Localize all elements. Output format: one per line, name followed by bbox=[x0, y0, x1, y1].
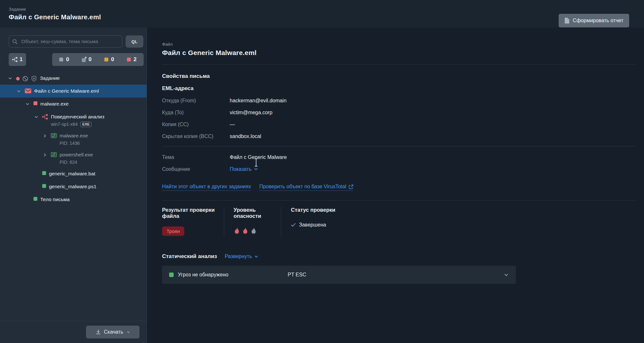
flame-icon-red bbox=[242, 227, 249, 235]
check-icon bbox=[291, 223, 296, 227]
top-header: Задание Файл с Generic Malware.eml Сформ… bbox=[0, 0, 644, 28]
counter-value: 0 bbox=[89, 56, 91, 63]
chevron-down-icon[interactable] bbox=[504, 273, 509, 277]
static-analysis-row[interactable]: Угроз не обнаружено PT ESC bbox=[162, 266, 516, 284]
chevron-right-icon[interactable] bbox=[42, 153, 51, 157]
download-label: Скачать bbox=[104, 329, 123, 335]
tree-item-4[interactable]: malware.exePID: 1436 bbox=[0, 129, 147, 148]
behavioral-icon bbox=[42, 114, 48, 119]
chevron-down-icon bbox=[254, 167, 258, 171]
field-label: Копия (CC) bbox=[162, 122, 230, 127]
static-row-source: PT ESC bbox=[288, 272, 504, 278]
counter-value: 0 bbox=[111, 56, 114, 63]
counter-value: 0 bbox=[66, 56, 69, 63]
tree-item-8[interactable]: Тело письма bbox=[0, 193, 147, 206]
show-message-label: Показать bbox=[230, 166, 252, 172]
static-analysis-heading: Статический анализ bbox=[162, 253, 217, 260]
process-icon bbox=[51, 152, 57, 157]
generate-report-button[interactable]: Сформировать отчет bbox=[559, 14, 629, 27]
field-label: Скрытая копия (BCC) bbox=[162, 134, 230, 139]
verdict-badge: Троян bbox=[162, 227, 184, 236]
field-value: sandbox.local bbox=[230, 134, 261, 139]
tree-item-sub: PID: 824 bbox=[60, 159, 93, 167]
tree-item-label: Тело письма bbox=[40, 197, 70, 202]
tree-item-2[interactable]: malware.exe bbox=[0, 97, 147, 110]
expand-static-link[interactable]: Развернуть bbox=[225, 254, 258, 259]
tree-item-label: Задание bbox=[40, 75, 60, 81]
find-in-other-tasks-link[interactable]: Найти этот объект в других заданиях bbox=[162, 184, 251, 191]
eml-field-row: Куда (To) victim@mega.corp bbox=[162, 107, 635, 118]
check-status-heading: Статус проверки bbox=[291, 207, 335, 213]
tree-item-0[interactable]: Задание bbox=[0, 72, 147, 85]
tree-item-label: powershell.exe bbox=[60, 152, 93, 157]
field-value: hackerman@evil.domain bbox=[230, 98, 286, 104]
object-tree: ЗаданиеФайл с Generic Malware.emlmalware… bbox=[0, 72, 147, 321]
virustotal-label: Проверить объект по базе VirusTotal bbox=[259, 184, 346, 190]
eml-field-row: Откуда (From) hackerman@evil.domain bbox=[162, 95, 635, 107]
process-icon bbox=[51, 133, 57, 138]
chevron-right-icon[interactable] bbox=[42, 134, 51, 138]
show-message-link[interactable]: Показать bbox=[230, 166, 258, 172]
field-value: victim@mega.corp bbox=[230, 110, 273, 116]
flame-icon-red bbox=[234, 227, 240, 235]
verdict-heading: Результат проверки файла bbox=[162, 207, 224, 219]
counter-orange-square[interactable]: 0 bbox=[104, 56, 114, 63]
eml-addresses-heading: EML-адреса bbox=[162, 85, 635, 91]
tree-item-label: Файл с Generic Malware.eml bbox=[34, 88, 99, 94]
subject-label: Тема bbox=[162, 154, 230, 160]
divider bbox=[162, 146, 635, 146]
task-title: Файл с Generic Malware.eml bbox=[9, 13, 101, 21]
counter-gray-square-dot[interactable]: 0 bbox=[82, 56, 91, 63]
mail-properties-heading: Свойства письма bbox=[162, 73, 635, 79]
message-row: Сообщение Показать bbox=[162, 163, 635, 175]
chevron-down-icon[interactable] bbox=[34, 115, 42, 119]
green-square-icon bbox=[169, 273, 174, 277]
red-dot-icon bbox=[16, 77, 20, 80]
field-label: Откуда (From) bbox=[162, 98, 230, 104]
document-icon bbox=[564, 17, 570, 24]
tree-item-label: Поведенческий анализ bbox=[51, 114, 104, 119]
field-label: Куда (To) bbox=[162, 110, 230, 116]
orange-square-icon bbox=[104, 58, 108, 61]
chevron-down-icon bbox=[127, 330, 130, 334]
virustotal-link[interactable]: Проверить объект по базе VirusTotal bbox=[259, 184, 353, 191]
search-input[interactable] bbox=[9, 35, 122, 48]
sidebar-footer: Скачать bbox=[0, 321, 147, 343]
danger-flames bbox=[234, 227, 257, 235]
static-row-label: Угроз не обнаружено bbox=[178, 272, 228, 278]
generate-report-label: Сформировать отчет bbox=[573, 18, 623, 23]
search-row: QL bbox=[9, 35, 143, 48]
download-button[interactable]: Скачать bbox=[86, 326, 139, 338]
tree-item-label: malware.exe bbox=[60, 133, 88, 138]
green-square-icon bbox=[34, 197, 37, 201]
sidebar: QL 1 0002 ЗаданиеФайл с Generic Malware.… bbox=[0, 28, 147, 343]
chevron-down-icon[interactable] bbox=[16, 89, 25, 93]
counter-red-square[interactable]: 2 bbox=[127, 56, 137, 63]
counter-gray-square[interactable]: 0 bbox=[59, 56, 69, 63]
danger-level-heading: Уровень опасности bbox=[234, 207, 281, 219]
chevron-down-icon bbox=[254, 255, 258, 259]
tree-item-3[interactable]: Поведенческий анализwin7-sp1-x64EXE bbox=[0, 110, 147, 129]
subject-value: Файл с Generic Malware bbox=[230, 154, 287, 160]
counters-row: 1 0002 bbox=[9, 53, 144, 66]
chevron-down-icon[interactable] bbox=[7, 76, 16, 80]
field-value: — bbox=[230, 122, 235, 127]
tree-item-1[interactable]: Файл с Generic Malware.eml bbox=[0, 85, 147, 97]
tree-item-6[interactable]: generic_malware.bat bbox=[0, 167, 147, 180]
tree-item-5[interactable]: powershell.exePID: 824 bbox=[0, 148, 147, 167]
tree-item-sub: PID: 1436 bbox=[60, 140, 88, 148]
behavioral-counter-value: 1 bbox=[20, 56, 23, 63]
counter-value: 2 bbox=[134, 56, 137, 63]
chevron-down-icon[interactable] bbox=[25, 102, 34, 106]
red-square-icon bbox=[34, 101, 37, 105]
behavioral-counter-button[interactable]: 1 bbox=[9, 53, 26, 66]
task-kicker: Задание bbox=[9, 7, 26, 12]
expand-static-label: Развернуть bbox=[225, 254, 252, 259]
external-link-icon bbox=[349, 184, 353, 189]
shield-x-icon bbox=[31, 76, 37, 82]
ql-button[interactable]: QL bbox=[126, 35, 143, 48]
flame-icon-gray bbox=[250, 227, 257, 235]
tree-item-label: malware.exe bbox=[40, 101, 69, 107]
tree-item-7[interactable]: generic_malware.ps1 bbox=[0, 180, 147, 193]
tree-item-sub: win7-sp1-x64EXE bbox=[51, 121, 104, 129]
